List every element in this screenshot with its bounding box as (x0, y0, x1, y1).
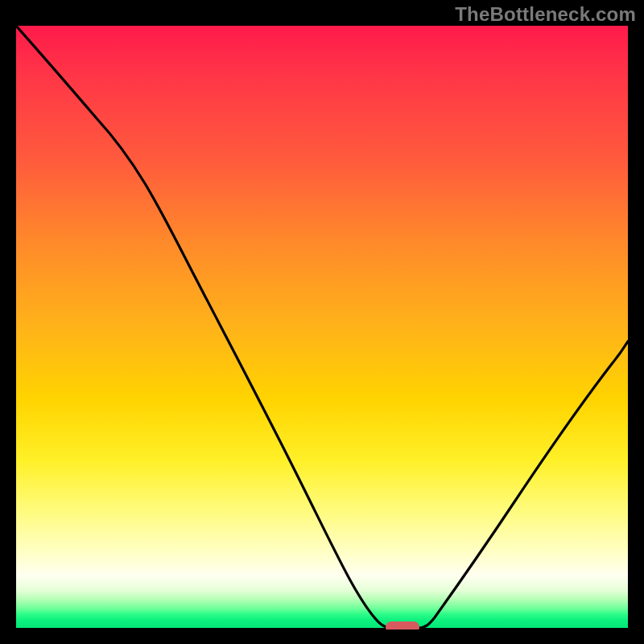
chart-frame: TheBottleneck.com (0, 0, 644, 644)
optimal-marker (386, 621, 419, 630)
watermark-text: TheBottleneck.com (455, 3, 636, 26)
curve-svg (16, 26, 628, 630)
x-axis-baseline (16, 628, 628, 630)
bottleneck-curve (16, 26, 628, 628)
plot-area (16, 26, 628, 630)
